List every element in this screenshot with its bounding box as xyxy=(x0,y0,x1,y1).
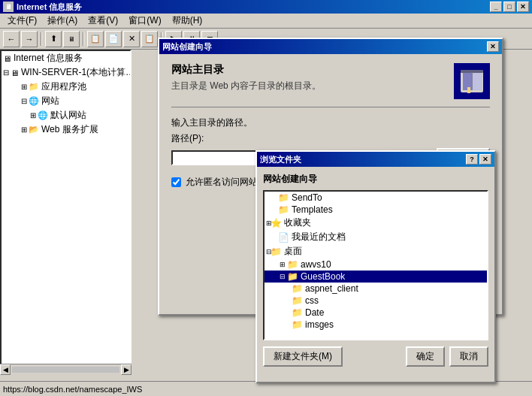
browse-tree-area[interactable]: 📁 SendTo 📁 Templates ⊞ ⭐ 收藏夹 📄 我最近的文档 xyxy=(263,190,488,340)
expand-icon-web-ext: ⊞ xyxy=(21,125,27,134)
browse-ok-button[interactable]: 确定 xyxy=(406,346,445,367)
web-ext-icon: 📂 xyxy=(29,125,39,135)
awvs10-icon: 📁 xyxy=(287,259,298,270)
browse-title-label: 浏览文件夹 xyxy=(260,154,301,165)
apppool-icon: 📁 xyxy=(29,82,39,92)
tree-item-iis-label: Internet 信息服务 xyxy=(14,52,83,65)
tree-item-websites[interactable]: ⊟ 🌐 网站 xyxy=(2,94,130,108)
menu-action[interactable]: 操作(A) xyxy=(43,13,82,29)
tree-item-websites-label: 网站 xyxy=(41,95,59,107)
browse-dialog: 浏览文件夹 ? ✕ 网站创建向导 📁 SendTo 📁 Templates ⊞ xyxy=(255,150,496,383)
browse-item-css[interactable]: 📁 css xyxy=(264,295,487,307)
maximize-button[interactable]: □ xyxy=(503,2,515,12)
browse-help-button[interactable]: ? xyxy=(466,154,478,165)
sendto-icon: 📁 xyxy=(278,192,289,203)
browse-item-sendto[interactable]: 📁 SendTo xyxy=(264,192,487,204)
tree-item-iis[interactable]: 🖥 Internet 信息服务 xyxy=(2,51,130,65)
tree-item-default-site-label: 默认网站 xyxy=(50,109,86,122)
browse-title-buttons: ? ✕ xyxy=(466,154,491,165)
toolbar-separator-1 xyxy=(41,32,42,46)
iis-icon: 🖥 xyxy=(3,54,11,63)
menu-view[interactable]: 查看(V) xyxy=(83,13,122,29)
tree-item-apppool[interactable]: ⊞ 📁 应用程序池 xyxy=(2,80,130,94)
wizard-close-button[interactable]: ✕ xyxy=(487,41,499,52)
expand-icon-default: ⊞ xyxy=(30,111,36,119)
hscroll-track xyxy=(12,367,119,373)
status-bar: https://blog.csdn.net/namescape_IWS xyxy=(0,381,532,396)
svg-rect-2 xyxy=(473,72,482,90)
menu-help[interactable]: 帮助(H) xyxy=(168,13,207,29)
menu-window[interactable]: 窗口(W) xyxy=(124,13,165,29)
status-text: https://blog.csdn.net/namescape_IWS xyxy=(3,385,142,394)
browse-item-imsges[interactable]: 📁 imsges xyxy=(264,319,487,331)
show-hide-button[interactable]: 🖥 xyxy=(63,31,80,47)
expand-icon-apppool: ⊞ xyxy=(21,83,27,91)
browse-ok-cancel: 确定 取消 xyxy=(406,346,488,367)
wizard-title-label: 网站创建向导 xyxy=(162,41,212,53)
browse-item-recent[interactable]: 📄 我最近的文档 xyxy=(264,230,487,244)
wizard-header-icon xyxy=(454,63,490,99)
delete-button[interactable]: ✕ xyxy=(123,31,140,47)
title-bar: 🖥 Internet 信息服务 _ □ ✕ xyxy=(0,0,532,14)
css-icon: 📁 xyxy=(292,295,303,306)
templates-icon: 📁 xyxy=(278,204,289,215)
copy-button[interactable]: 📋 xyxy=(87,31,104,47)
browse-item-templates[interactable]: 📁 Templates xyxy=(264,204,487,216)
favorites-icon: ⭐ xyxy=(271,218,282,228)
close-button[interactable]: ✕ xyxy=(517,2,529,12)
browse-item-favorites[interactable]: ⊞ ⭐ 收藏夹 xyxy=(264,216,487,230)
tree-item-apppool-label: 应用程序池 xyxy=(41,80,86,93)
up-button[interactable]: ⬆ xyxy=(45,31,62,47)
minimize-button[interactable]: _ xyxy=(490,2,502,12)
tree-item-web-ext[interactable]: ⊞ 📂 Web 服务扩展 xyxy=(2,122,130,137)
expand-awvs10: ⊞ xyxy=(280,261,286,268)
anonymous-access-checkbox[interactable] xyxy=(171,177,181,187)
tree-hscroll[interactable]: ◀ ▶ xyxy=(0,364,131,374)
wizard-subtitle: 主目录是 Web 内容子目录的根目录。 xyxy=(171,80,321,92)
imsges-icon: 📁 xyxy=(292,319,303,330)
recent-icon: 📄 xyxy=(278,232,289,243)
aspnet-icon: 📁 xyxy=(292,283,303,294)
back-button[interactable]: ← xyxy=(3,31,20,47)
websites-icon: 🌐 xyxy=(29,96,39,106)
tree-item-web-ext-label: Web 服务扩展 xyxy=(41,123,98,136)
properties-button[interactable]: 📋 xyxy=(141,31,158,47)
wizard-title-bar: 网站创建向导 ✕ xyxy=(159,39,502,54)
browse-item-desktop[interactable]: ⊟ 📁 桌面 xyxy=(264,244,487,258)
browse-close-button[interactable]: ✕ xyxy=(479,154,491,165)
browse-cancel-button[interactable]: 取消 xyxy=(449,346,488,367)
browse-item-date[interactable]: 📁 Date xyxy=(264,307,487,319)
title-bar-buttons[interactable]: _ □ ✕ xyxy=(490,2,529,12)
menu-bar: 文件(F) 操作(A) 查看(V) 窗口(W) 帮助(H) xyxy=(0,14,532,29)
expand-icon-server: ⊟ xyxy=(3,68,9,77)
scroll-left-btn[interactable]: ◀ xyxy=(0,364,11,375)
browse-buttons-row: 新建文件夹(M) 确定 取消 xyxy=(263,346,488,367)
paste-button[interactable]: 📄 xyxy=(105,31,122,47)
wizard-main-title: 网站主目录 xyxy=(171,63,321,77)
browse-body: 网站创建向导 📁 SendTo 📁 Templates ⊞ ⭐ 收藏夹 xyxy=(257,167,494,373)
server-icon: 🖥 xyxy=(11,68,19,77)
wizard-header-text: 网站主目录 主目录是 Web 内容子目录的根目录。 xyxy=(171,63,321,92)
browse-item-awvs10[interactable]: ⊞ 📁 awvs10 xyxy=(264,258,487,271)
scroll-right-btn[interactable]: ▶ xyxy=(121,364,131,375)
wizard-book-icon xyxy=(457,66,487,96)
expand-guestbook: ⊟ xyxy=(280,273,286,280)
app-icon: 🖥 xyxy=(3,2,14,12)
wizard-prompt-label: 输入主目录的路径。 xyxy=(171,116,490,129)
browse-item-guestbook[interactable]: ⊟ 📁 GuestBook xyxy=(264,271,487,283)
new-folder-button[interactable]: 新建文件夹(M) xyxy=(263,346,343,367)
svg-rect-5 xyxy=(467,87,470,93)
forward-button[interactable]: → xyxy=(21,31,38,47)
iis-tree-panel: 🖥 Internet 信息服务 ⊟ 🖥 WIN-SERVER-1(本地计算… ⊞… xyxy=(0,50,131,365)
date-icon: 📁 xyxy=(292,307,303,318)
tree-item-default-site[interactable]: ⊞ 🌐 默认网站 xyxy=(2,108,130,122)
browse-item-aspnet[interactable]: 📁 aspnet_client xyxy=(264,283,487,295)
toolbar-separator-2 xyxy=(83,32,84,46)
default-site-icon: 🌐 xyxy=(38,110,48,120)
browse-title-bar: 浏览文件夹 ? ✕ xyxy=(257,152,494,167)
guestbook-icon: 📁 xyxy=(287,271,298,282)
expand-icon-websites: ⊟ xyxy=(21,97,27,105)
tree-item-server[interactable]: ⊟ 🖥 WIN-SERVER-1(本地计算… xyxy=(2,65,130,80)
menu-file[interactable]: 文件(F) xyxy=(3,13,41,29)
wizard-path-label: 路径(P): xyxy=(171,132,490,145)
